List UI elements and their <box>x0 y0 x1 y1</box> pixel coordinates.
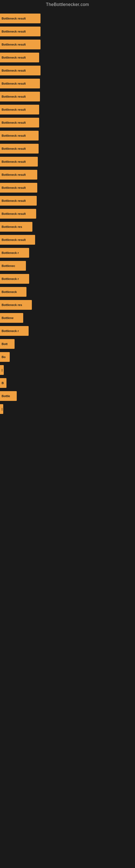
bar-item: Bottleneck r <box>0 326 29 336</box>
bar-item: Bott <box>0 339 14 349</box>
bar-label: | <box>2 407 2 411</box>
bar-item: Bottleneck res <box>0 222 32 231</box>
bar-item: Bottleneck result <box>0 157 38 166</box>
bar-label: Bottlene <box>2 316 13 319</box>
bar-item: Bottleneck result <box>0 79 40 88</box>
bar-label: Bottleneck result <box>2 121 26 124</box>
bar-item: Bottleneck result <box>0 196 37 206</box>
bar-item: Bottleneck result <box>0 235 35 245</box>
bar-item: Bottleneck r <box>0 248 29 258</box>
bar-item: Bottleneck res <box>0 300 32 310</box>
bar-item: Bottleneck result <box>0 170 37 180</box>
bar-label: Bottleneck r <box>2 277 19 280</box>
bar-label: Bottleneck result <box>2 17 26 20</box>
bar-item: B <box>0 378 6 388</box>
bar-label: Bottleneck result <box>2 212 26 215</box>
bar-label: Bottleneck result <box>2 186 26 189</box>
bar-label: B <box>2 381 4 384</box>
bar-item: Bottleneck result <box>0 118 39 127</box>
bar-label: Bottleneck result <box>2 43 26 46</box>
bar-item: Bottleneck result <box>0 105 39 115</box>
bar-label: Bottleneck result <box>2 134 26 137</box>
bar-item: Bottleneck result <box>0 66 41 75</box>
bar-label: Bottleneck result <box>2 56 26 59</box>
bar-label: Bottleneck res <box>2 303 22 307</box>
bar-label: Bott <box>2 342 8 346</box>
site-title: TheBottlenecker.com <box>0 0 135 8</box>
bar-item: Bottleneck result <box>0 131 39 141</box>
bar-label: Bottleneck result <box>2 238 26 241</box>
bar-label: Bottlenec <box>2 264 15 268</box>
bar-item: Bottlenec <box>0 261 26 271</box>
bar-label: Bottleneck result <box>2 160 26 163</box>
bar-label: Bottleneck <box>2 290 17 293</box>
bar-label: Bottleneck result <box>2 30 26 33</box>
bar-label: Bottleneck result <box>2 108 26 111</box>
bar-item: Bottleneck result <box>0 40 41 50</box>
bar-item: Bottleneck result <box>0 144 39 154</box>
bar-label: Bottleneck result <box>2 82 26 85</box>
bar-label: Bottleneck result <box>2 69 26 72</box>
bar-label: | <box>2 368 2 372</box>
bar-item: Bottleneck <box>0 287 27 297</box>
site-title-container: TheBottlenecker.com <box>0 0 135 8</box>
chart-area: Bottleneck resultBottleneck resultBottle… <box>0 8 135 863</box>
bar-label: Bo <box>2 355 6 359</box>
bar-label: Bottle <box>2 394 10 398</box>
bar-label: Bottleneck result <box>2 199 26 203</box>
bar-item: Bottleneck result <box>0 183 37 193</box>
bar-item: Bottleneck result <box>0 92 40 101</box>
bar-item: Bottle <box>0 391 17 401</box>
bar-label: Bottleneck res <box>2 225 22 228</box>
bar-item: Bottleneck result <box>0 209 36 219</box>
bar-item: Bottlene <box>0 313 23 323</box>
bar-item: Bottleneck result <box>0 13 41 23</box>
bar-item: | <box>0 365 4 375</box>
bar-label: Bottleneck result <box>2 173 26 176</box>
bar-item: Bottleneck result <box>0 27 41 36</box>
bar-label: Bottleneck result <box>2 95 26 98</box>
bar-item: Bottleneck r <box>0 274 29 284</box>
bar-item: Bo <box>0 352 10 362</box>
bar-label: Bottleneck r <box>2 329 19 333</box>
bar-item: Bottleneck result <box>0 53 39 62</box>
bar-label: Bottleneck r <box>2 251 19 254</box>
bar-item: | <box>0 404 3 414</box>
bar-label: Bottleneck result <box>2 147 26 150</box>
